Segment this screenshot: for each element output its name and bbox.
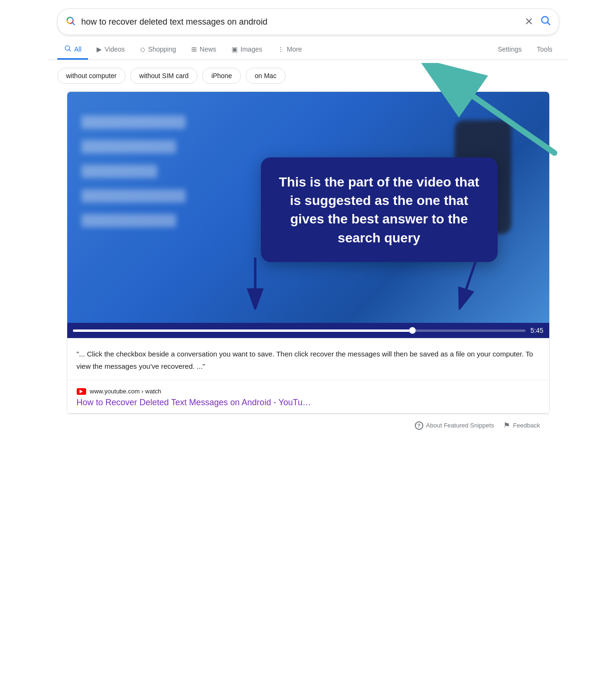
nav-right: Settings Tools: [491, 41, 559, 59]
chip-without-sim-card[interactable]: without SIM card: [130, 68, 197, 84]
tab-all-label: All: [74, 45, 82, 53]
clear-icon[interactable]: ✕: [525, 16, 533, 28]
images-icon: ▣: [232, 45, 238, 53]
youtube-icon: [77, 388, 86, 395]
tab-tools-label: Tools: [537, 45, 553, 53]
blur-line-3: [81, 165, 157, 178]
about-snippets[interactable]: ? About Featured Snippets: [415, 421, 494, 430]
progress-bar-fill: [73, 329, 413, 332]
tab-tools[interactable]: Tools: [530, 41, 559, 59]
tab-images[interactable]: ▣ Images: [225, 41, 269, 59]
svg-line-12: [462, 258, 477, 300]
chip-without-computer[interactable]: without computer: [57, 68, 126, 84]
chip-iphone[interactable]: iPhone: [202, 68, 241, 84]
tab-settings-label: Settings: [498, 45, 522, 53]
tab-shopping-label: Shopping: [148, 45, 176, 53]
chip-on-mac[interactable]: on Mac: [246, 68, 286, 84]
more-icon: ⋮: [277, 45, 284, 53]
blur-line-1: [81, 116, 186, 129]
tab-videos-label: Videos: [105, 45, 125, 53]
blur-line-5: [81, 214, 176, 227]
tab-shopping[interactable]: ◇ Shopping: [134, 41, 183, 59]
search-bar: how to recover deleted text messages on …: [57, 9, 559, 35]
google-search-icon: [65, 16, 76, 28]
news-icon: ⊞: [191, 45, 197, 53]
progress-handle[interactable]: [409, 327, 416, 334]
search-button[interactable]: [540, 15, 551, 29]
videos-icon: ▶: [97, 45, 102, 53]
info-icon: ?: [415, 421, 423, 430]
tab-all[interactable]: All: [57, 40, 89, 60]
transcript-box: "... Click the checkbox beside a convers…: [67, 338, 549, 380]
shopping-icon: ◇: [140, 45, 145, 53]
source-info: www.youtube.com › watch How to Recover D…: [67, 380, 549, 413]
progress-bar[interactable]: [73, 329, 526, 332]
search-bar-container: how to recover deleted text messages on …: [0, 0, 616, 35]
tab-settings[interactable]: Settings: [491, 41, 528, 59]
video-controls: 5:45: [67, 323, 549, 338]
tab-videos[interactable]: ▶ Videos: [90, 41, 132, 59]
tab-news-label: News: [200, 45, 216, 53]
video-time: 5:45: [530, 327, 543, 334]
source-row: www.youtube.com › watch: [77, 388, 540, 395]
video-thumbnail[interactable]: This is the part of the video that is su…: [67, 92, 549, 338]
source-url: www.youtube.com › watch: [90, 388, 161, 395]
video-bg-text: [81, 116, 186, 227]
flag-icon: ⚑: [503, 421, 510, 430]
annotation-bubble: This is the part of the video that is su…: [261, 158, 498, 262]
feedback-button[interactable]: ⚑ Feedback: [503, 421, 540, 430]
result-wrapper: This is the part of the video that is su…: [67, 91, 550, 414]
tab-more[interactable]: ⋮ More: [271, 41, 309, 59]
svg-line-8: [69, 50, 70, 51]
video-card[interactable]: This is the part of the video that is su…: [67, 91, 550, 414]
bottom-bar: ? About Featured Snippets ⚑ Feedback: [67, 414, 550, 436]
filter-chips: without computer without SIM card iPhone…: [48, 60, 569, 91]
svg-line-6: [547, 23, 550, 25]
tab-news[interactable]: ⊞ News: [185, 41, 223, 59]
nav-tabs: All ▶ Videos ◇ Shopping ⊞ News ▣ Images …: [48, 35, 569, 60]
search-input[interactable]: how to recover deleted text messages on …: [81, 17, 525, 27]
svg-line-4: [72, 23, 74, 25]
main-content: This is the part of the video that is su…: [57, 91, 559, 455]
blur-line-4: [81, 189, 186, 203]
blur-line-2: [81, 140, 176, 153]
tab-more-label: More: [287, 45, 302, 53]
source-link[interactable]: How to Recover Deleted Text Messages on …: [77, 398, 311, 407]
all-icon: [64, 44, 71, 53]
tab-images-label: Images: [241, 45, 262, 53]
